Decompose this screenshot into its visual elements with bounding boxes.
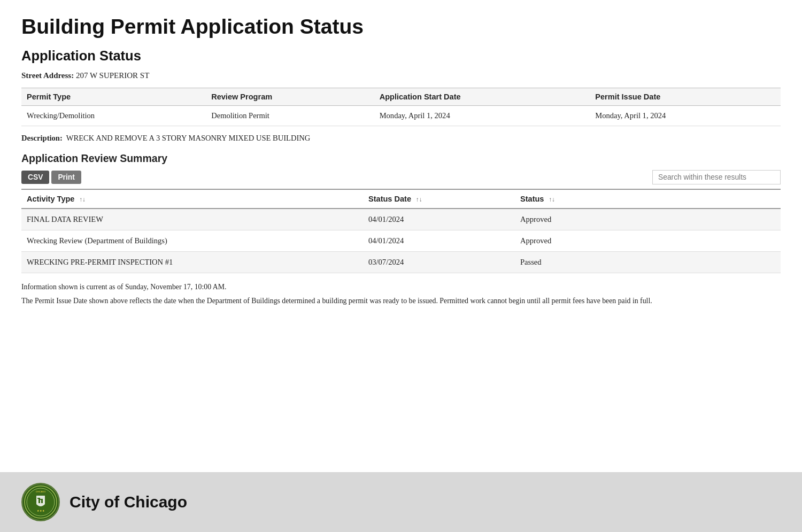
page-wrapper: Building Permit Application Status Appli…: [0, 0, 802, 532]
status-cell: Approved: [515, 230, 781, 252]
permit-issue-date-cell: Monday, April 1, 2024: [590, 106, 781, 126]
csv-button[interactable]: CSV: [21, 171, 49, 184]
svg-rect-2: [38, 499, 40, 503]
svg-rect-3: [41, 500, 43, 503]
table-row: FINAL DATA REVIEW 04/01/2024 Approved: [21, 209, 781, 230]
app-start-date-cell: Monday, April 1, 2024: [374, 106, 590, 126]
activity-type-cell: Wrecking Review (Department of Buildings…: [21, 230, 363, 252]
city-name: City of Chicago: [70, 493, 187, 511]
street-address: Street Address: 207 W SUPERIOR ST: [21, 71, 781, 80]
toolbar-left: CSV Print: [21, 171, 81, 184]
review-table: Activity Type ↑↓ Status Date ↑↓ Status ↑…: [21, 189, 781, 273]
status-date-cell: 03/07/2024: [363, 252, 515, 273]
main-content: Building Permit Application Status Appli…: [0, 0, 802, 472]
description-value: WRECK AND REMOVE A 3 STORY MASONRY MIXED…: [66, 134, 311, 142]
permit-issue-date-header: Permit Issue Date: [590, 88, 781, 106]
status-header: Status ↑↓: [515, 189, 781, 209]
description-row: Description: WRECK AND REMOVE A 3 STORY …: [21, 134, 781, 143]
street-address-value: 207 W SUPERIOR ST: [76, 71, 149, 80]
permit-table: Permit Type Review Program Application S…: [21, 88, 781, 126]
status-cell: Passed: [515, 252, 781, 273]
status-cell: Approved: [515, 209, 781, 230]
table-row: Wrecking Review (Department of Buildings…: [21, 230, 781, 252]
review-summary-title: Application Review Summary: [21, 152, 781, 165]
app-start-date-header: Application Start Date: [374, 88, 590, 106]
review-program-cell: Demolition Permit: [206, 106, 374, 126]
status-sort-icon[interactable]: ↑↓: [549, 196, 556, 203]
status-date-header: Status Date ↑↓: [363, 189, 515, 209]
svg-rect-5: [40, 499, 43, 500]
city-seal: ★ ★ ★ CHICAGO: [21, 483, 60, 521]
status-date-sort-icon[interactable]: ↑↓: [416, 196, 422, 203]
activity-type-cell: WRECKING PRE-PERMIT INSPECTION #1: [21, 252, 363, 273]
info-permit-note: The Permit Issue Date shown above reflec…: [21, 297, 781, 305]
permit-type-cell: Wrecking/Demolition: [21, 106, 206, 126]
street-address-label: Street Address:: [21, 71, 74, 80]
table-row: WRECKING PRE-PERMIT INSPECTION #1 03/07/…: [21, 252, 781, 273]
svg-text:CHICAGO: CHICAGO: [36, 490, 46, 493]
svg-text:★ ★ ★: ★ ★ ★: [37, 510, 45, 512]
table-row: Wrecking/Demolition Demolition Permit Mo…: [21, 106, 781, 126]
toolbar-row: CSV Print: [21, 170, 781, 184]
footer: ★ ★ ★ CHICAGO City of Chicago: [0, 472, 802, 532]
print-button[interactable]: Print: [51, 171, 81, 184]
description-label: Description:: [21, 134, 63, 142]
status-date-cell: 04/01/2024: [363, 209, 515, 230]
permit-type-header: Permit Type: [21, 88, 206, 106]
page-title: Building Permit Application Status: [21, 15, 781, 38]
review-program-header: Review Program: [206, 88, 374, 106]
activity-type-cell: FINAL DATA REVIEW: [21, 209, 363, 230]
info-current-as-of: Information shown is current as of Sunda…: [21, 283, 781, 291]
section-title: Application Status: [21, 48, 781, 64]
status-date-cell: 04/01/2024: [363, 230, 515, 252]
activity-type-header: Activity Type ↑↓: [21, 189, 363, 209]
svg-rect-4: [37, 498, 40, 499]
activity-sort-icon[interactable]: ↑↓: [80, 196, 86, 203]
search-input[interactable]: [652, 170, 781, 184]
